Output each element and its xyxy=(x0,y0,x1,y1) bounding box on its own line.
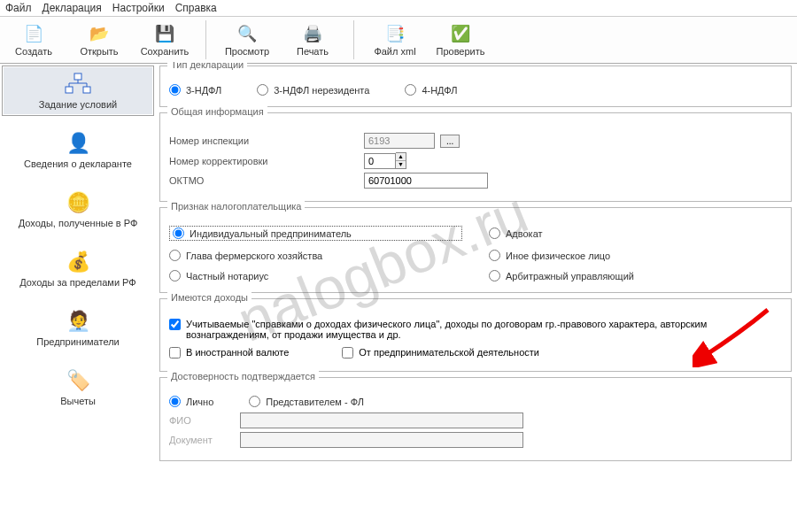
menu-bar: Файл Декларация Настройки Справка xyxy=(0,0,797,17)
sidebar-item-declarant[interactable]: 👤 Сведения о декларанте xyxy=(2,125,154,175)
menu-declaration[interactable]: Декларация xyxy=(43,2,102,14)
radio-lawyer[interactable]: Адвокат xyxy=(489,227,782,239)
radio-other-person[interactable]: Иное физическое лицо xyxy=(489,250,782,261)
radio-arbitration-manager[interactable]: Арбитражный управляющий xyxy=(489,270,782,281)
radio-farm-head[interactable]: Глава фермерского хозяйства xyxy=(169,250,462,261)
sidebar: Задание условий 👤 Сведения о декларанте … xyxy=(0,62,156,532)
group-legend: Общая информация xyxy=(167,106,267,117)
inspection-label: Номер инспекции xyxy=(169,135,364,146)
radio-4ndfl[interactable]: 4-НДФЛ xyxy=(405,84,457,96)
radio-3ndfl[interactable]: 3-НДФЛ xyxy=(169,84,221,96)
checkbox-income-certificates[interactable]: Учитываемые "справками о доходах физичес… xyxy=(169,319,782,340)
entrepreneur-icon: 🧑‍💼 xyxy=(62,309,94,334)
radio-personally[interactable]: Лично xyxy=(169,396,213,407)
folder-open-icon: 📂 xyxy=(89,23,110,44)
print-button[interactable]: 🖨️Печать xyxy=(284,20,341,59)
person-icon: 👤 xyxy=(62,131,94,156)
xml-file-icon: 📑 xyxy=(384,23,406,44)
sidebar-item-label: Предприниматели xyxy=(36,336,119,347)
preview-icon: 🔍 xyxy=(236,23,258,44)
fio-input xyxy=(240,412,523,428)
correction-label: Номер корректировки xyxy=(169,156,364,166)
deductions-icon: 🏷️ xyxy=(62,368,94,393)
authenticity-group: Достоверность подтверждается Лично Предс… xyxy=(159,377,792,461)
sidebar-item-conditions[interactable]: Задание условий xyxy=(2,66,154,116)
group-legend: Тип декларации xyxy=(167,62,247,70)
save-icon: 💾 xyxy=(154,23,175,44)
inspection-lookup-button[interactable]: ... xyxy=(440,135,460,148)
preview-button[interactable]: 🔍Просмотр xyxy=(219,20,275,59)
sidebar-item-label: Доходы, полученные в РФ xyxy=(19,218,138,228)
declaration-type-group: Тип декларации 3-НДФЛ 3-НДФЛ нерезидента… xyxy=(159,66,792,107)
group-legend: Достоверность подтверждается xyxy=(167,371,319,382)
oktmo-input[interactable] xyxy=(364,173,488,189)
save-button[interactable]: 💾Сохранить xyxy=(136,20,193,59)
open-button[interactable]: 📂Открыть xyxy=(71,20,128,59)
general-info-group: Общая информация Номер инспекции ... Ном… xyxy=(159,112,792,202)
inspection-input xyxy=(364,133,435,149)
radio-representative[interactable]: Представителем - ФЛ xyxy=(249,396,364,407)
sidebar-item-income-foreign[interactable]: 💰 Доходы за пределами РФ xyxy=(2,243,154,294)
document-label: Документ xyxy=(169,435,240,445)
coins-icon: 🪙 xyxy=(62,190,94,215)
menu-file[interactable]: Файл xyxy=(5,2,32,14)
svg-rect-2 xyxy=(83,87,90,93)
menu-settings[interactable]: Настройки xyxy=(112,2,165,14)
money-bag-icon: 💰 xyxy=(62,250,94,274)
sidebar-item-label: Сведения о декларанте xyxy=(24,158,132,169)
correction-spinner[interactable]: ▲▼ xyxy=(396,152,406,169)
document-input xyxy=(240,432,523,448)
sidebar-item-income-rf[interactable]: 🪙 Доходы, полученные в РФ xyxy=(2,184,154,235)
sidebar-item-label: Доходы за пределами РФ xyxy=(19,277,135,288)
sidebar-item-deductions[interactable]: 🏷️ Вычеты xyxy=(2,362,154,412)
checkbox-entrepreneurial[interactable]: От предпринимательской деятельности xyxy=(342,347,539,359)
oktmo-label: ОКТМО xyxy=(169,175,364,186)
correction-input[interactable] xyxy=(364,153,396,169)
create-button[interactable]: 📄Создать xyxy=(5,20,62,59)
spin-down-icon[interactable]: ▼ xyxy=(396,161,406,168)
spin-up-icon[interactable]: ▲ xyxy=(396,153,406,161)
sidebar-item-label: Вычеты xyxy=(60,396,96,406)
form-area: Тип декларации 3-НДФЛ 3-НДФЛ нерезидента… xyxy=(156,62,797,532)
income-group: Имеются доходы Учитываемые "справками о … xyxy=(159,298,792,372)
file-new-icon: 📄 xyxy=(23,23,44,44)
sidebar-item-entrepreneurs[interactable]: 🧑‍💼 Предприниматели xyxy=(2,303,154,353)
group-legend: Имеются доходы xyxy=(167,292,251,303)
svg-rect-0 xyxy=(74,73,81,80)
checkbox-foreign-currency[interactable]: В иностранной валюте xyxy=(169,347,289,359)
xml-button[interactable]: 📑Файл xml xyxy=(367,20,423,59)
check-icon: ✅ xyxy=(450,23,471,44)
toolbar: 📄Создать 📂Открыть 💾Сохранить 🔍Просмотр 🖨… xyxy=(0,17,797,64)
group-legend: Признак налогоплательщика xyxy=(167,201,305,212)
radio-3ndfl-nonresident[interactable]: 3-НДФЛ нерезидента xyxy=(257,84,369,96)
menu-help[interactable]: Справка xyxy=(175,2,217,14)
taxpayer-group: Признак налогоплательщика Индивидуальный… xyxy=(159,207,792,293)
check-button[interactable]: ✅Проверить xyxy=(432,20,489,59)
fio-label: ФИО xyxy=(169,415,240,426)
print-icon: 🖨️ xyxy=(302,23,323,44)
conditions-icon xyxy=(62,72,94,96)
sidebar-item-label: Задание условий xyxy=(39,99,117,110)
radio-notary[interactable]: Частный нотариус xyxy=(169,270,462,281)
svg-rect-1 xyxy=(66,87,73,93)
radio-individual-entrepreneur[interactable]: Индивидуальный предприниматель xyxy=(169,226,462,241)
